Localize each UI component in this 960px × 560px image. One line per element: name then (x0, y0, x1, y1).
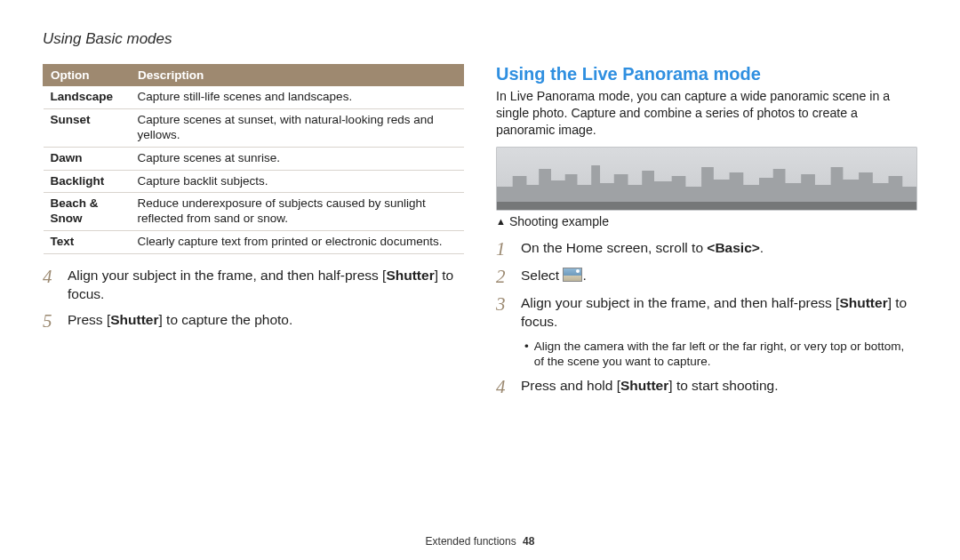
manual-page: Using Basic modes Option Description Lan… (0, 0, 960, 560)
bold-text: <Basic> (707, 240, 759, 255)
bullet-text: Align the camera with the far left or th… (534, 339, 917, 370)
step-number: 5 (43, 311, 59, 332)
step-3-bullets: Align the camera with the far left or th… (524, 339, 917, 370)
step-1: 1 On the Home screen, scroll to <Basic>. (496, 239, 917, 260)
text: . (760, 240, 764, 255)
image-caption: Shooting example (496, 214, 917, 228)
opt-name: Sunset (44, 108, 131, 147)
running-header: Using Basic modes (43, 30, 917, 48)
table-row: DawnCapture scenes at sunrise. (44, 147, 464, 170)
step-number: 2 (496, 267, 512, 287)
bold-text: Shutter (839, 295, 887, 310)
table-row: BacklightCapture backlit subjects. (44, 170, 464, 193)
panorama-example-image (496, 147, 917, 211)
text: ] to start shooting. (668, 378, 778, 393)
step-number: 4 (496, 377, 512, 397)
table-row: SunsetCapture scenes at sunset, with nat… (44, 108, 464, 147)
step-2: 2 Select . (496, 267, 917, 287)
bullet-item: Align the camera with the far left or th… (524, 339, 917, 370)
opt-desc: Capture still-life scenes and landscapes… (131, 86, 464, 109)
opt-name: Beach & Snow (44, 193, 131, 231)
caption-text: Shooting example (509, 214, 609, 228)
text: Align your subject in the frame, and the… (521, 295, 839, 310)
opt-desc: Capture scenes at sunrise. (131, 147, 464, 170)
text: . (582, 268, 586, 283)
text: Align your subject in the frame, and the… (68, 268, 386, 283)
footer-page-number: 48 (523, 535, 534, 548)
step-number: 4 (43, 267, 59, 287)
right-column: Using the Live Panorama mode In Live Pan… (496, 64, 917, 404)
table-row: TextClearly capture text from printed or… (44, 231, 464, 254)
opt-desc: Capture scenes at sunset, with natural-l… (131, 108, 464, 147)
th-option: Option (44, 65, 131, 86)
bold-text: Shutter (620, 378, 668, 393)
text: Press [ (68, 312, 110, 327)
step-number: 3 (496, 294, 512, 315)
opt-desc: Clearly capture text from printed or ele… (131, 231, 464, 254)
opt-name: Backlight (44, 170, 131, 193)
text: On the Home screen, scroll to (521, 240, 707, 255)
table-row: Beach & SnowReduce underexposure of subj… (44, 193, 464, 231)
step-number: 1 (496, 239, 512, 260)
table-row: LandscapeCapture still-life scenes and l… (44, 86, 464, 109)
page-footer: Extended functions 48 (0, 535, 960, 548)
options-table: Option Description LandscapeCapture stil… (43, 64, 464, 254)
opt-desc: Capture backlit subjects. (131, 170, 464, 193)
two-column-layout: Option Description LandscapeCapture stil… (43, 64, 917, 404)
opt-name: Text (44, 231, 131, 254)
bold-text: Shutter (386, 268, 434, 283)
right-steps: 1 On the Home screen, scroll to <Basic>.… (496, 239, 917, 397)
left-steps: 4 Align your subject in the frame, and t… (43, 267, 464, 332)
opt-desc: Reduce underexposure of subjects caused … (131, 193, 464, 231)
step-3: 3 Align your subject in the frame, and t… (496, 294, 917, 332)
text: Select (521, 268, 563, 283)
text: Press and hold [ (521, 378, 620, 393)
footer-section: Extended functions (426, 535, 516, 548)
panorama-bar (497, 202, 916, 210)
opt-name: Dawn (44, 147, 131, 170)
step-body: Align your subject in the frame, and the… (68, 267, 464, 304)
step-body: On the Home screen, scroll to <Basic>. (521, 239, 764, 258)
step-body: Press and hold [Shutter] to start shooti… (521, 377, 778, 396)
bold-text: Shutter (110, 312, 158, 327)
intro-text: In Live Panorama mode, you can capture a… (496, 88, 917, 140)
section-heading: Using the Live Panorama mode (496, 64, 917, 84)
th-description: Description (131, 65, 464, 86)
step-5: 5 Press [Shutter] to capture the photo. (43, 311, 464, 332)
step-4: 4 Press and hold [Shutter] to start shoo… (496, 377, 917, 397)
bullet-dot-icon (524, 339, 529, 370)
step-body: Press [Shutter] to capture the photo. (68, 311, 292, 330)
text: ] to capture the photo. (158, 312, 292, 327)
left-column: Option Description LandscapeCapture stil… (43, 64, 464, 404)
step-4: 4 Align your subject in the frame, and t… (43, 267, 464, 304)
step-body: Select . (521, 267, 587, 285)
panorama-mode-icon (563, 268, 582, 282)
opt-name: Landscape (44, 86, 131, 109)
step-body: Align your subject in the frame, and the… (521, 294, 917, 332)
skyline-icon (497, 158, 916, 203)
